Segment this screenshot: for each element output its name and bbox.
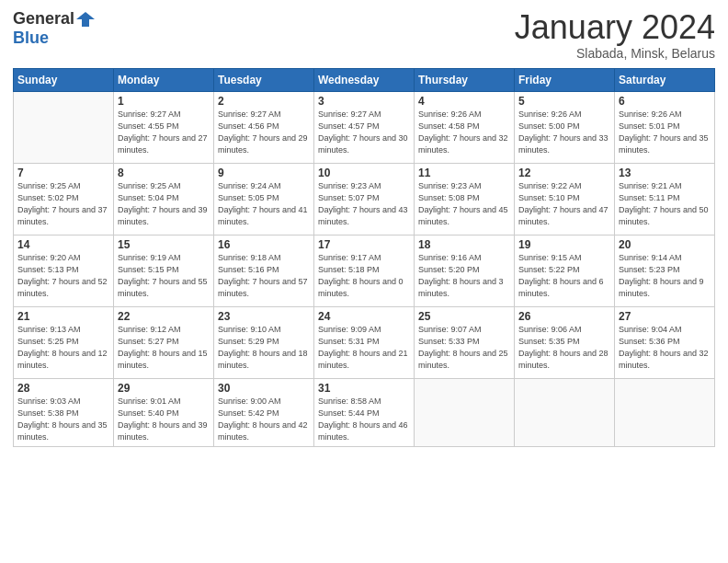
day-number: 28 (17, 382, 109, 395)
table-cell: 22Sunrise: 9:12 AM Sunset: 5:27 PM Dayli… (114, 306, 214, 378)
day-number: 13 (619, 167, 711, 179)
table-cell: 9Sunrise: 9:24 AM Sunset: 5:05 PM Daylig… (214, 163, 314, 235)
header-wednesday: Wednesday (314, 68, 415, 91)
logo: General Blue (13, 9, 95, 48)
weekday-header-row: Sunday Monday Tuesday Wednesday Thursday… (14, 68, 715, 91)
day-info: Sunrise: 9:03 AM Sunset: 5:38 PM Dayligh… (17, 396, 109, 443)
day-number: 8 (118, 167, 210, 179)
day-number: 29 (118, 382, 210, 395)
day-info: Sunrise: 9:06 AM Sunset: 5:35 PM Dayligh… (518, 324, 610, 372)
calendar-week-2: 7Sunrise: 9:25 AM Sunset: 5:02 PM Daylig… (14, 163, 715, 235)
table-cell (415, 378, 515, 446)
table-cell: 27Sunrise: 9:04 AM Sunset: 5:36 PM Dayli… (615, 306, 715, 378)
day-number: 25 (418, 310, 510, 323)
day-number: 3 (318, 95, 410, 108)
table-cell: 2Sunrise: 9:27 AM Sunset: 4:56 PM Daylig… (214, 91, 314, 163)
table-cell: 3Sunrise: 9:27 AM Sunset: 4:57 PM Daylig… (314, 91, 415, 163)
location-subtitle: Slabada, Minsk, Belarus (515, 46, 715, 61)
day-info: Sunrise: 9:26 AM Sunset: 5:01 PM Dayligh… (619, 109, 711, 156)
day-info: Sunrise: 9:12 AM Sunset: 5:27 PM Dayligh… (118, 324, 210, 372)
table-cell: 15Sunrise: 9:19 AM Sunset: 5:15 PM Dayli… (114, 235, 214, 306)
svg-marker-0 (76, 12, 95, 27)
day-number: 20 (619, 238, 711, 251)
day-info: Sunrise: 9:26 AM Sunset: 5:00 PM Dayligh… (518, 109, 610, 156)
day-number: 1 (118, 95, 210, 108)
table-cell: 31Sunrise: 8:58 AM Sunset: 5:44 PM Dayli… (314, 378, 415, 446)
day-info: Sunrise: 8:58 AM Sunset: 5:44 PM Dayligh… (318, 396, 410, 443)
day-info: Sunrise: 9:23 AM Sunset: 5:08 PM Dayligh… (418, 180, 510, 228)
header-thursday: Thursday (415, 68, 515, 91)
calendar-body: 1Sunrise: 9:27 AM Sunset: 4:55 PM Daylig… (14, 91, 715, 446)
day-info: Sunrise: 9:13 AM Sunset: 5:25 PM Dayligh… (17, 324, 109, 372)
day-number: 2 (218, 95, 310, 108)
day-info: Sunrise: 9:07 AM Sunset: 5:33 PM Dayligh… (418, 324, 510, 372)
day-info: Sunrise: 9:19 AM Sunset: 5:15 PM Dayligh… (118, 252, 210, 300)
header-tuesday: Tuesday (214, 68, 314, 91)
day-number: 15 (118, 238, 210, 251)
day-info: Sunrise: 9:24 AM Sunset: 5:05 PM Dayligh… (218, 180, 310, 228)
day-info: Sunrise: 9:00 AM Sunset: 5:42 PM Dayligh… (218, 396, 310, 443)
table-cell (615, 378, 715, 446)
table-cell: 24Sunrise: 9:09 AM Sunset: 5:31 PM Dayli… (314, 306, 415, 378)
table-cell: 26Sunrise: 9:06 AM Sunset: 5:35 PM Dayli… (515, 306, 615, 378)
logo-general-text: General (13, 9, 74, 29)
table-cell: 5Sunrise: 9:26 AM Sunset: 5:00 PM Daylig… (515, 91, 615, 163)
calendar-header: Sunday Monday Tuesday Wednesday Thursday… (14, 68, 715, 91)
calendar-week-5: 28Sunrise: 9:03 AM Sunset: 5:38 PM Dayli… (14, 378, 715, 446)
table-cell: 20Sunrise: 9:14 AM Sunset: 5:23 PM Dayli… (615, 235, 715, 306)
table-cell (515, 378, 615, 446)
day-info: Sunrise: 9:27 AM Sunset: 4:55 PM Dayligh… (118, 109, 210, 156)
table-cell: 7Sunrise: 9:25 AM Sunset: 5:02 PM Daylig… (14, 163, 114, 235)
day-info: Sunrise: 9:17 AM Sunset: 5:18 PM Dayligh… (318, 252, 410, 300)
table-cell: 25Sunrise: 9:07 AM Sunset: 5:33 PM Dayli… (415, 306, 515, 378)
day-number: 6 (619, 95, 711, 108)
table-cell: 23Sunrise: 9:10 AM Sunset: 5:29 PM Dayli… (214, 306, 314, 378)
logo-bird-icon (76, 10, 95, 29)
day-info: Sunrise: 9:27 AM Sunset: 4:56 PM Dayligh… (218, 109, 310, 156)
day-number: 18 (418, 238, 510, 251)
table-cell: 14Sunrise: 9:20 AM Sunset: 5:13 PM Dayli… (14, 235, 114, 306)
calendar-week-1: 1Sunrise: 9:27 AM Sunset: 4:55 PM Daylig… (14, 91, 715, 163)
day-number: 12 (518, 167, 610, 179)
day-info: Sunrise: 9:22 AM Sunset: 5:10 PM Dayligh… (518, 180, 610, 228)
day-number: 11 (418, 167, 510, 179)
day-number: 30 (218, 382, 310, 395)
table-cell: 13Sunrise: 9:21 AM Sunset: 5:11 PM Dayli… (615, 163, 715, 235)
header-sunday: Sunday (14, 68, 114, 91)
day-number: 14 (17, 238, 109, 251)
table-cell: 10Sunrise: 9:23 AM Sunset: 5:07 PM Dayli… (314, 163, 415, 235)
table-cell: 19Sunrise: 9:15 AM Sunset: 5:22 PM Dayli… (515, 235, 615, 306)
table-cell: 8Sunrise: 9:25 AM Sunset: 5:04 PM Daylig… (114, 163, 214, 235)
table-cell (14, 91, 114, 163)
day-number: 26 (518, 310, 610, 323)
day-info: Sunrise: 9:20 AM Sunset: 5:13 PM Dayligh… (17, 252, 109, 300)
day-number: 19 (518, 238, 610, 251)
calendar-table: Sunday Monday Tuesday Wednesday Thursday… (13, 68, 715, 447)
day-number: 24 (318, 310, 410, 323)
calendar-week-4: 21Sunrise: 9:13 AM Sunset: 5:25 PM Dayli… (14, 306, 715, 378)
day-number: 17 (318, 238, 410, 251)
day-info: Sunrise: 9:26 AM Sunset: 4:58 PM Dayligh… (418, 109, 510, 156)
day-info: Sunrise: 9:10 AM Sunset: 5:29 PM Dayligh… (218, 324, 310, 372)
header-friday: Friday (515, 68, 615, 91)
header-saturday: Saturday (615, 68, 715, 91)
table-cell: 11Sunrise: 9:23 AM Sunset: 5:08 PM Dayli… (415, 163, 515, 235)
calendar-week-3: 14Sunrise: 9:20 AM Sunset: 5:13 PM Dayli… (14, 235, 715, 306)
table-cell: 18Sunrise: 9:16 AM Sunset: 5:20 PM Dayli… (415, 235, 515, 306)
day-number: 4 (418, 95, 510, 108)
day-info: Sunrise: 9:01 AM Sunset: 5:40 PM Dayligh… (118, 396, 210, 443)
day-number: 27 (619, 310, 711, 323)
page-container: General Blue January 2024 Slabada, Minsk… (0, 0, 728, 454)
day-info: Sunrise: 9:25 AM Sunset: 5:04 PM Dayligh… (118, 180, 210, 228)
title-section: January 2024 Slabada, Minsk, Belarus (515, 9, 715, 61)
table-cell: 6Sunrise: 9:26 AM Sunset: 5:01 PM Daylig… (615, 91, 715, 163)
header-monday: Monday (114, 68, 214, 91)
day-info: Sunrise: 9:23 AM Sunset: 5:07 PM Dayligh… (318, 180, 410, 228)
day-info: Sunrise: 9:09 AM Sunset: 5:31 PM Dayligh… (318, 324, 410, 372)
day-number: 5 (518, 95, 610, 108)
day-number: 21 (17, 310, 109, 323)
table-cell: 21Sunrise: 9:13 AM Sunset: 5:25 PM Dayli… (14, 306, 114, 378)
day-number: 23 (218, 310, 310, 323)
day-info: Sunrise: 9:21 AM Sunset: 5:11 PM Dayligh… (619, 180, 711, 228)
table-cell: 12Sunrise: 9:22 AM Sunset: 5:10 PM Dayli… (515, 163, 615, 235)
